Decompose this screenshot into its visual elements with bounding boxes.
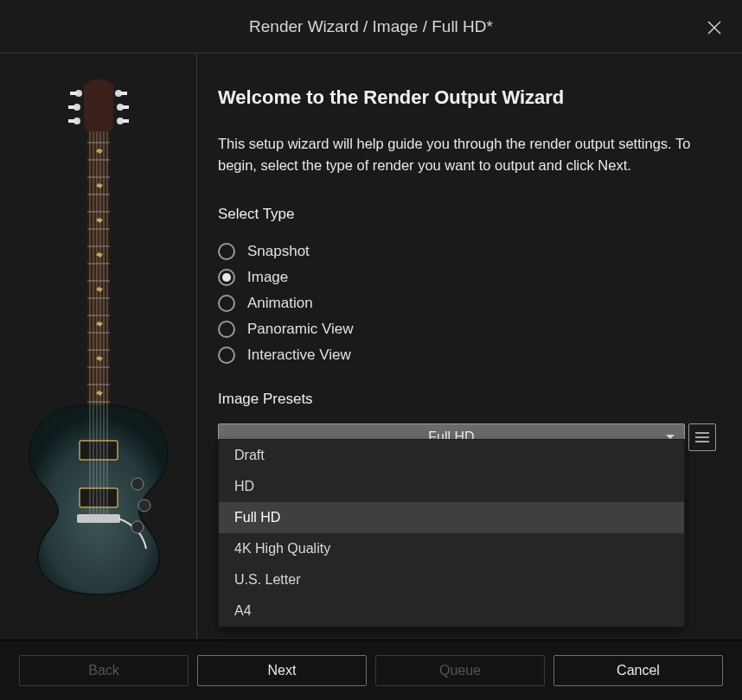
svg-rect-29 <box>80 441 118 460</box>
select-type-label: Select Type <box>218 206 716 223</box>
radio-icon <box>218 269 235 286</box>
radio-label: Animation <box>247 295 313 312</box>
preview-sidebar <box>0 54 197 640</box>
list-icon <box>694 431 710 443</box>
queue-button: Queue <box>375 655 545 686</box>
titlebar: Render Wizard / Image / Full HD* <box>0 0 742 54</box>
image-preset-dropdown: Draft HD Full HD 4K High Quality U.S. Le… <box>218 439 685 627</box>
dialog-title: Render Wizard / Image / Full HD* <box>249 17 493 36</box>
close-icon <box>706 19 723 36</box>
svg-rect-11 <box>122 119 129 123</box>
preset-list-button[interactable] <box>688 423 716 451</box>
next-button[interactable]: Next <box>197 655 367 686</box>
page-heading: Welcome to the Render Output Wizard <box>218 86 716 109</box>
radio-panoramic-view[interactable]: Panoramic View <box>218 316 716 342</box>
preset-option-hd[interactable]: HD <box>219 471 684 502</box>
radio-icon <box>218 243 235 260</box>
guitar-preview-image <box>16 78 181 596</box>
preset-option-full-hd[interactable]: Full HD <box>219 502 684 533</box>
radio-label: Snapshot <box>247 243 310 260</box>
intro-text: This setup wizard will help guide you th… <box>218 133 702 176</box>
svg-rect-12 <box>87 131 110 417</box>
svg-rect-7 <box>120 92 127 95</box>
radio-icon <box>218 295 235 312</box>
svg-point-33 <box>138 500 150 512</box>
radio-snapshot[interactable]: Snapshot <box>218 239 716 264</box>
image-presets-label: Image Presets <box>218 391 716 408</box>
select-type-group: Snapshot Image Animation Panoramic View … <box>218 239 716 368</box>
radio-interactive-view[interactable]: Interactive View <box>218 342 716 368</box>
radio-label: Image <box>247 269 288 286</box>
back-button: Back <box>19 655 189 686</box>
svg-rect-31 <box>77 514 120 523</box>
svg-point-34 <box>131 521 144 533</box>
svg-rect-30 <box>80 488 118 507</box>
close-button[interactable] <box>702 16 726 40</box>
preset-option-us-letter[interactable]: U.S. Letter <box>219 564 684 595</box>
svg-point-32 <box>131 478 144 490</box>
radio-animation[interactable]: Animation <box>218 290 716 316</box>
wizard-content: Welcome to the Render Output Wizard This… <box>197 54 742 640</box>
preset-option-4k[interactable]: 4K High Quality <box>219 533 684 564</box>
cancel-button[interactable]: Cancel <box>553 655 723 686</box>
radio-label: Interactive View <box>247 347 351 364</box>
radio-image[interactable]: Image <box>218 264 716 290</box>
footer: Back Next Queue Cancel <box>0 640 742 700</box>
svg-rect-5 <box>68 119 75 123</box>
radio-icon <box>218 347 235 364</box>
svg-rect-9 <box>122 105 129 109</box>
svg-rect-1 <box>70 92 77 95</box>
radio-icon <box>218 321 235 338</box>
preset-option-draft[interactable]: Draft <box>219 440 684 471</box>
radio-label: Panoramic View <box>247 321 354 338</box>
svg-rect-3 <box>68 105 75 109</box>
preset-option-a4[interactable]: A4 <box>219 595 684 627</box>
